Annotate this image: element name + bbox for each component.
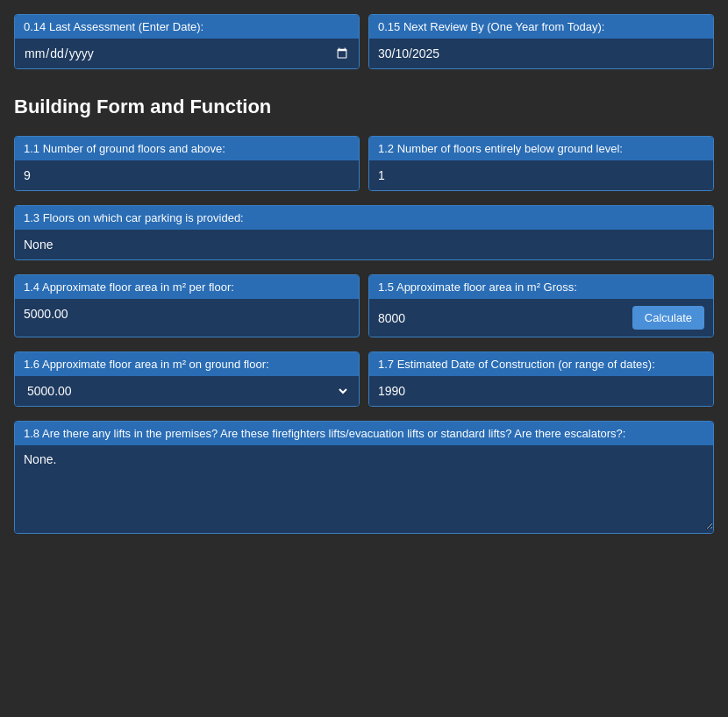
row-1-1-1-2: 1.1 Number of ground floors and above: 1… — [14, 136, 714, 191]
row-1-3: 1.3 Floors on which car parking is provi… — [14, 205, 714, 260]
field-1-3-input[interactable] — [24, 238, 704, 252]
field-1-2-label: 1.2 Number of floors entirely below grou… — [369, 137, 713, 160]
next-review-input-wrap — [369, 39, 713, 68]
page-container: 0.14 Last Assessment (Enter Date): 0.15 … — [0, 0, 728, 562]
field-1-8-label: 1.8 Are there any lifts in the premises?… — [15, 422, 713, 445]
field-1-1-input[interactable] — [24, 168, 350, 182]
field-1-4-input[interactable] — [24, 307, 350, 321]
field-1-7: 1.7 Estimated Date of Construction (or r… — [368, 351, 714, 407]
date-row: 0.14 Last Assessment (Enter Date): 0.15 … — [14, 14, 714, 69]
field-1-3: 1.3 Floors on which car parking is provi… — [14, 205, 714, 260]
last-assessment-label: 0.14 Last Assessment (Enter Date): — [15, 15, 359, 39]
next-review-label: 0.15 Next Review By (One Year from Today… — [369, 15, 713, 39]
field-1-4: 1.4 Approximate floor area in m² per flo… — [14, 274, 360, 337]
field-1-7-label: 1.7 Estimated Date of Construction (or r… — [369, 352, 713, 376]
field-1-8-textarea[interactable]: None. — [15, 445, 713, 529]
field-1-2-input[interactable] — [378, 168, 704, 182]
next-review-input[interactable] — [378, 46, 704, 60]
field-1-3-label: 1.3 Floors on which car parking is provi… — [15, 206, 713, 230]
field-1-6: 1.6 Approximate floor area in m² on grou… — [14, 351, 360, 407]
field-1-5-label: 1.5 Approximate floor area in m² Gross: — [369, 275, 713, 299]
field-1-1-label: 1.1 Number of ground floors and above: — [15, 137, 359, 160]
field-1-6-label: 1.6 Approximate floor area in m² on grou… — [15, 352, 359, 376]
section-heading: Building Form and Function — [14, 96, 714, 118]
next-review-field: 0.15 Next Review By (One Year from Today… — [368, 14, 714, 69]
last-assessment-input[interactable] — [24, 46, 350, 61]
field-1-2: 1.2 Number of floors entirely below grou… — [368, 136, 714, 191]
last-assessment-input-wrap — [15, 39, 359, 68]
field-1-5: 1.5 Approximate floor area in m² Gross: … — [368, 274, 714, 337]
field-1-1: 1.1 Number of ground floors and above: — [14, 136, 360, 191]
row-1-6-1-7: 1.6 Approximate floor area in m² on grou… — [14, 351, 714, 407]
last-assessment-field: 0.14 Last Assessment (Enter Date): — [14, 14, 360, 69]
field-1-4-label: 1.4 Approximate floor area in m² per flo… — [15, 275, 359, 299]
field-1-7-input[interactable] — [378, 384, 704, 398]
row-1-4-1-5: 1.4 Approximate floor area in m² per flo… — [14, 274, 714, 337]
field-1-8: 1.8 Are there any lifts in the premises?… — [14, 421, 714, 534]
field-1-6-select[interactable]: 5000.00 — [24, 383, 350, 399]
calculate-button[interactable]: Calculate — [632, 306, 704, 330]
row-1-8: 1.8 Are there any lifts in the premises?… — [14, 421, 714, 534]
field-1-5-input[interactable] — [378, 311, 632, 325]
